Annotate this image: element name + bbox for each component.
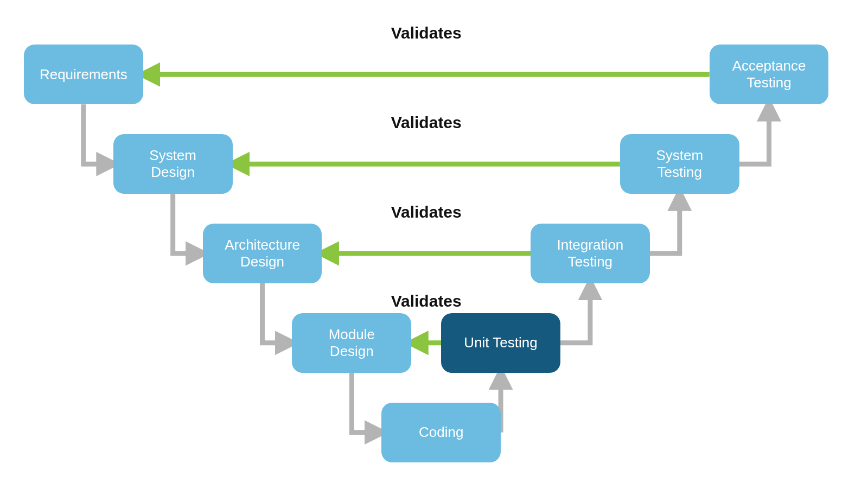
node-label: AcceptanceTesting bbox=[732, 58, 806, 91]
node-label: SystemTesting bbox=[656, 147, 703, 181]
node-module-design: ModuleDesign bbox=[292, 313, 411, 373]
node-label: Requirements bbox=[40, 66, 127, 83]
node-integration-testing: IntegrationTesting bbox=[531, 224, 650, 283]
validates-label-4: Validates bbox=[391, 292, 462, 310]
node-requirements: Requirements bbox=[24, 45, 143, 104]
node-label: SystemDesign bbox=[149, 147, 196, 181]
validates-label-1: Validates bbox=[391, 24, 462, 42]
node-acceptance-testing: AcceptanceTesting bbox=[710, 45, 829, 104]
node-coding: Coding bbox=[381, 403, 501, 462]
node-unit-testing: Unit Testing bbox=[441, 313, 560, 373]
node-system-testing: SystemTesting bbox=[620, 134, 739, 194]
validates-label-2: Validates bbox=[391, 113, 462, 132]
node-label: ModuleDesign bbox=[329, 326, 375, 360]
node-label: Unit Testing bbox=[464, 334, 537, 351]
node-label: IntegrationTesting bbox=[557, 237, 623, 270]
validates-label-3: Validates bbox=[391, 203, 462, 221]
node-label: ArchitectureDesign bbox=[225, 237, 300, 270]
node-system-design: SystemDesign bbox=[113, 134, 233, 194]
node-label: Coding bbox=[419, 424, 463, 441]
node-architecture-design: ArchitectureDesign bbox=[203, 224, 322, 283]
